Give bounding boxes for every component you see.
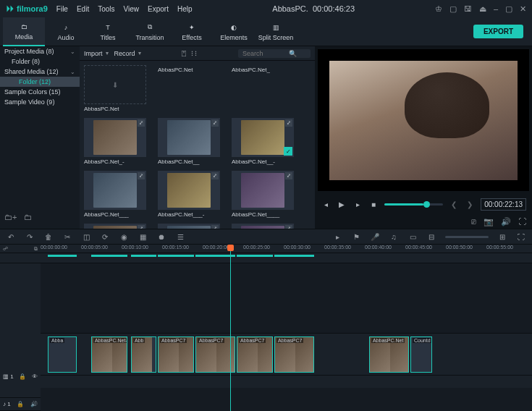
camera-icon[interactable]: 📷 — [484, 217, 494, 226]
undo-button[interactable]: ↶ — [6, 232, 16, 242]
timeline-ruler[interactable]: 00:00:00:0000:00:05:0000:00:10:0000:00:1… — [41, 245, 532, 253]
media-item[interactable]: ⤢AbbasPC.Net____ — [232, 171, 294, 219]
media-item[interactable]: ⤢AbbasPC.Net_- — [84, 118, 146, 166]
media-item[interactable]: ⤢AbbasPC.Net__ — [158, 118, 220, 166]
expand-icon[interactable]: ⤢ — [211, 225, 219, 229]
tab-transition[interactable]: ⧉Transition — [129, 17, 171, 46]
tab-splitscreen[interactable]: ▥Split Screen — [255, 17, 297, 46]
tab-media[interactable]: 🗀Media — [3, 17, 45, 46]
record-button[interactable]: ⏺ — [156, 232, 166, 242]
media-item[interactable]: ⤢✓AbbasPC.Net_____ — [84, 224, 146, 229]
menu-edit[interactable]: Edit — [77, 5, 89, 13]
marker-button[interactable]: ⚑ — [351, 232, 361, 242]
color-button[interactable]: ◉ — [119, 232, 129, 242]
mic-button[interactable]: 🎤 — [370, 232, 380, 242]
expand-icon[interactable]: ⤢ — [138, 119, 145, 127]
prev-frame-button[interactable]: ◂ — [321, 199, 331, 209]
media-item[interactable]: ⤢AbbasPC.Net___ — [84, 171, 146, 219]
playhead[interactable] — [230, 245, 231, 411]
expand-icon[interactable]: ⤢ — [211, 119, 219, 127]
sidebar-item[interactable]: Folder (12) — [0, 77, 80, 87]
expand-icon[interactable]: ⤢ — [211, 172, 219, 179]
timeline-body[interactable]: 00:00:00:0000:00:05:0000:00:10:0000:00:1… — [41, 245, 532, 411]
next-frame-button[interactable]: ▸ — [352, 199, 363, 209]
media-item[interactable]: ⤢✓AbbasPC.Net___+ — [232, 224, 294, 229]
media-item[interactable]: ⤢✓AbbasPC.Net__- — [232, 118, 294, 166]
menu-tools[interactable]: Tools — [98, 5, 114, 13]
timeline-clip[interactable]: AbbasPC.Net- — [91, 336, 127, 373]
snapshot-icon[interactable]: ⎚ — [471, 217, 476, 226]
mic-icon[interactable]: ⏏ — [479, 4, 486, 14]
menu-help[interactable]: Help — [177, 5, 193, 13]
sidebar-item[interactable]: Shared Media (12)⌄ — [0, 67, 80, 77]
expand-icon[interactable]: ⤢ — [138, 225, 145, 229]
redo-button[interactable]: ↷ — [25, 232, 35, 242]
search-icon[interactable]: 🔍 — [289, 50, 297, 57]
save-icon[interactable]: 🖫 — [464, 4, 472, 14]
search-input[interactable] — [242, 50, 286, 57]
expand-icon[interactable]: ⤢ — [285, 172, 292, 179]
mixer-button[interactable]: ♫ — [389, 232, 399, 242]
stop-button[interactable]: ■ — [368, 199, 379, 209]
volume-icon[interactable]: 🔊 — [501, 217, 511, 226]
cut-button[interactable]: ✂ — [62, 232, 72, 242]
import-dropdown[interactable]: Import ▾ — [84, 50, 109, 57]
expand-icon[interactable]: ⤢ — [285, 119, 292, 127]
play-button[interactable]: ▶ — [337, 199, 347, 209]
sort-icon[interactable]: ⫶⫶ — [190, 49, 198, 57]
menu-view[interactable]: View — [124, 5, 140, 13]
menu-file[interactable]: File — [56, 5, 68, 13]
crop-button[interactable]: ◫ — [81, 232, 91, 242]
link2-icon[interactable]: ⧉ — [34, 246, 38, 252]
timeline-clip[interactable]: AbbasPC7 — [195, 336, 235, 373]
timeline-clip[interactable]: AbbasPC7 — [158, 336, 194, 373]
minimize-icon[interactable]: – — [494, 4, 498, 14]
sidebar-item[interactable]: Sample Colors (15) — [0, 87, 80, 97]
menu-export[interactable]: Export — [148, 5, 169, 13]
fullscreen-icon[interactable]: ⛶ — [518, 217, 526, 226]
speed-button[interactable]: ⟳ — [100, 232, 110, 242]
audio-track[interactable] — [41, 375, 532, 388]
media-item[interactable]: ⬇AbbasPC.Net — [84, 65, 146, 114]
export-button[interactable]: EXPORT — [473, 25, 523, 38]
media-item[interactable]: AbbasPC.Net — [158, 65, 220, 114]
search-box[interactable]: 🔍 — [238, 49, 311, 58]
sidebar-item[interactable]: Sample Video (9) — [0, 97, 80, 107]
render-button[interactable]: ▭ — [408, 232, 418, 242]
user-icon[interactable]: ♔ — [435, 4, 442, 14]
mute-icon[interactable]: 🔊 — [30, 401, 38, 407]
tab-audio[interactable]: ♪Audio — [45, 17, 87, 46]
delete-button[interactable]: 🗑 — [43, 232, 54, 242]
import-placeholder[interactable]: ⬇ — [84, 65, 146, 104]
adjust-button[interactable]: ☰ — [175, 232, 185, 242]
expand-icon[interactable]: ⤢ — [285, 225, 292, 229]
zoom-out-button[interactable]: ⊟ — [426, 232, 436, 242]
timeline-clip[interactable]: Abba — [48, 336, 77, 373]
timeline-clip[interactable]: AbbasPC7 — [274, 336, 314, 373]
sidebar-item[interactable]: Folder (8) — [0, 56, 80, 67]
zoom-slider[interactable] — [445, 236, 489, 238]
tab-effects[interactable]: ✦Effects — [171, 17, 213, 46]
video-track[interactable]: AbbaAbbasPC.Net-AbbAbbasPC7AbbasPC7Abbas… — [41, 333, 532, 375]
timeline-clip[interactable]: AbbasPC.Net — [369, 336, 409, 373]
media-item[interactable]: ⤢AbbasPC.Net___- — [158, 171, 220, 219]
media-item[interactable]: AbbasPC.Net_ — [232, 65, 294, 114]
media-item[interactable]: ⤢✓AbbasPC.Net_____- — [158, 224, 220, 229]
expand-icon[interactable]: ⤢ — [138, 172, 145, 179]
preview-slider[interactable] — [384, 203, 443, 206]
fit-button[interactable]: ⛶ — [516, 232, 526, 242]
timeline-clip[interactable]: Countd — [410, 336, 432, 373]
maximize-icon[interactable]: ▢ — [505, 4, 512, 14]
mark-out-icon[interactable]: ❯ — [465, 199, 475, 209]
tab-titles[interactable]: TTitles — [87, 17, 129, 46]
link-icon[interactable]: ☍ — [3, 246, 8, 252]
record-dropdown[interactable]: Record ▾ — [114, 50, 141, 57]
eye-icon[interactable]: 👁 — [32, 373, 38, 380]
timeline-clip[interactable]: AbbasPC7 — [237, 336, 273, 373]
lock-audio-icon[interactable]: 🔒 — [17, 401, 24, 407]
filter-icon[interactable]: ⍞ — [182, 49, 186, 57]
mark-in-icon[interactable]: ❮ — [449, 199, 459, 209]
sidebar-item[interactable]: Project Media (8)⌄ — [0, 46, 80, 56]
lock-icon[interactable]: 🔒 — [19, 373, 26, 380]
timeline-clip[interactable]: Abb — [131, 336, 156, 373]
